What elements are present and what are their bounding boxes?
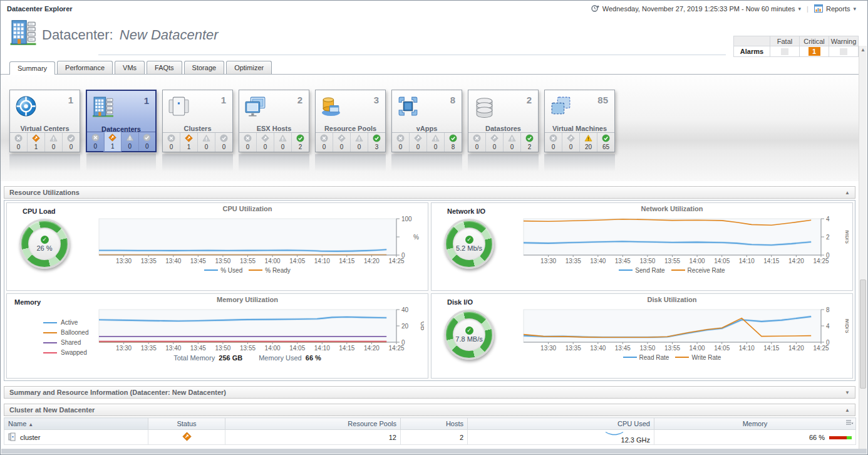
status-count: 0	[323, 144, 326, 150]
col-header-resource-pools[interactable]: Resource Pools	[225, 418, 401, 430]
status-normal-count[interactable]: 3	[368, 133, 385, 152]
status-critical-count[interactable]: 1	[27, 133, 44, 152]
svg-text:14:15: 14:15	[763, 258, 779, 264]
status-normal-count[interactable]: 0	[138, 132, 156, 151]
cpu-chart-legend: % Used% Ready	[98, 264, 424, 276]
network-io-gauge[interactable]: ✓ 5.2 Mb/s	[444, 219, 494, 269]
tab-summary[interactable]: Summary	[9, 61, 55, 75]
cpu-used-cell: 12.3 GHz	[468, 430, 654, 445]
column-picker-icon[interactable]	[845, 419, 854, 428]
status-critical-count[interactable]: 0	[333, 133, 350, 152]
svg-text:13:35: 13:35	[566, 258, 581, 264]
alarms-fatal-count[interactable]	[770, 46, 800, 57]
svg-text:13:45: 13:45	[615, 258, 631, 264]
tile-datacenters[interactable]: 1 Datacenters 0 1 0 0	[86, 90, 157, 152]
status-critical-count[interactable]: 0	[485, 133, 503, 152]
status-fatal-count[interactable]: 0	[239, 133, 256, 152]
tab-vms[interactable]: VMs	[115, 61, 145, 74]
tile-status-row: 0 1 0 0	[10, 132, 80, 152]
status-count: 0	[205, 144, 209, 150]
reports-label: Reports	[826, 5, 850, 13]
status-fatal-count[interactable]: 0	[87, 132, 104, 151]
section-summary-resource-info[interactable]: Summary and Resource Information (Datace…	[4, 386, 855, 399]
cluster-table-row[interactable]: cluster 12 2 12.3 GHz 66 %	[4, 430, 856, 445]
tab-performance[interactable]: Performance	[57, 61, 113, 74]
warning-state-icon	[508, 134, 516, 144]
status-fatal-count[interactable]: 0	[163, 133, 180, 152]
tab-storage[interactable]: Storage	[184, 61, 225, 74]
status-warning-count[interactable]: 0	[503, 133, 520, 152]
status-warning-count[interactable]: 0	[350, 133, 368, 152]
vertical-scrollbar[interactable]: ▲	[859, 46, 867, 449]
svg-text:GB: GB	[420, 322, 424, 331]
tile-status-row: 0 0 0 2	[468, 132, 538, 152]
status-warning-count[interactable]: 0	[426, 133, 444, 152]
section-title: Summary and Resource Information (Datace…	[9, 389, 226, 396]
tile-virtual-centers[interactable]: 1 Virtual Centers 0 1 0 0	[9, 90, 80, 152]
tab-optimizer[interactable]: Optimizer	[226, 61, 272, 74]
cluster-name[interactable]: cluster	[20, 434, 40, 441]
svg-text:13:35: 13:35	[566, 345, 581, 352]
network-chart-title: Network Utilization	[523, 205, 849, 216]
col-header-name[interactable]: Name▲	[4, 418, 148, 430]
tile-count: 1	[68, 95, 73, 105]
cpu-load-gauge[interactable]: ✓ 26 %	[19, 219, 70, 269]
status-critical-count[interactable]: 0	[409, 133, 426, 152]
svg-text:13:40: 13:40	[590, 345, 606, 352]
legend-label: % Ready	[265, 267, 291, 274]
time-range-control[interactable]: Wednesday, November 27, 2019 1:25:33 PM …	[591, 4, 801, 14]
network-chart-legend: Send RateReceive Rate	[523, 264, 849, 276]
tile-datastores[interactable]: 2 Datastores 0 0 0 2	[468, 90, 539, 152]
svg-text:13:35: 13:35	[141, 258, 157, 264]
tile-clusters[interactable]: 1 Clusters 0 1 0 0	[162, 90, 233, 152]
reports-button[interactable]: Reports ▾	[814, 4, 856, 14]
col-header-hosts[interactable]: Hosts	[401, 418, 468, 430]
tile-status-row: 0 0 20 65	[545, 132, 614, 152]
legend-item: Ballooned	[43, 329, 88, 336]
scrollbar-thumb[interactable]	[860, 280, 866, 389]
tile-esx-hosts[interactable]: 2 ESX Hosts 0 0 0 2	[239, 90, 309, 152]
status-fatal-count[interactable]: 0	[392, 133, 409, 152]
collapse-arrow-icon[interactable]: ▲	[845, 407, 850, 413]
cluster-status-cell[interactable]	[148, 430, 225, 445]
status-normal-count[interactable]: 0	[62, 133, 80, 152]
status-fatal-count[interactable]: 0	[316, 133, 333, 152]
status-critical-count[interactable]: 0	[256, 133, 274, 152]
legend-label: Read Rate	[639, 354, 669, 361]
page-title: Datacenter: New Datacenter	[42, 27, 219, 43]
col-header-status[interactable]: Status	[148, 418, 225, 430]
status-fatal-count[interactable]: 0	[468, 133, 485, 152]
status-critical-count[interactable]: 0	[562, 133, 579, 152]
tab-faqts[interactable]: FAQts	[147, 61, 182, 74]
section-cluster-at-datacenter[interactable]: Cluster at New Datacenter ▲	[4, 404, 855, 416]
status-warning-count[interactable]: 0	[121, 132, 138, 151]
status-normal-count[interactable]: 2	[291, 133, 309, 152]
tile-vapps[interactable]: 8 vApps 0 0 0 8	[391, 90, 462, 152]
status-normal-count[interactable]: 8	[444, 133, 462, 152]
status-normal-count[interactable]: 0	[215, 133, 232, 152]
status-critical-count[interactable]: 1	[180, 133, 197, 152]
status-critical-count[interactable]: 1	[104, 132, 121, 151]
status-normal-count[interactable]: 2	[520, 133, 538, 152]
status-warning-count[interactable]: 0	[197, 133, 215, 152]
status-warning-count[interactable]: 0	[44, 133, 62, 152]
col-header-cpu-used[interactable]: CPU Used	[468, 418, 654, 430]
tile-resource-pools[interactable]: 3 Resource Pools 0 0 0 3	[315, 90, 386, 152]
scroll-up-icon[interactable]: ▲	[859, 47, 867, 53]
col-header-memory[interactable]: Memory	[654, 418, 856, 430]
legend-swatch	[43, 352, 57, 353]
tile-virtual-machines[interactable]: 85 Virtual Machines 0 0 20 65	[544, 90, 615, 152]
status-warning-count[interactable]: 0	[274, 133, 291, 152]
memory-used-value: 66 %	[809, 434, 825, 441]
status-fatal-count[interactable]: 0	[10, 133, 27, 152]
alarms-critical-count[interactable]: 1	[800, 46, 829, 57]
status-warning-count[interactable]: 20	[579, 133, 597, 152]
status-normal-count[interactable]: 65	[597, 133, 614, 152]
collapse-arrow-icon[interactable]: ▲	[845, 190, 850, 196]
status-fatal-count[interactable]: 0	[545, 133, 562, 152]
alarms-warning-count[interactable]	[829, 46, 859, 57]
disk-io-gauge[interactable]: ✓ 7.8 MB/s	[444, 310, 494, 360]
expand-arrow-icon[interactable]: ▼	[845, 390, 850, 395]
section-resource-utilizations[interactable]: Resource Utilizations ▲	[4, 186, 855, 199]
cluster-name-cell[interactable]: cluster	[4, 430, 148, 445]
